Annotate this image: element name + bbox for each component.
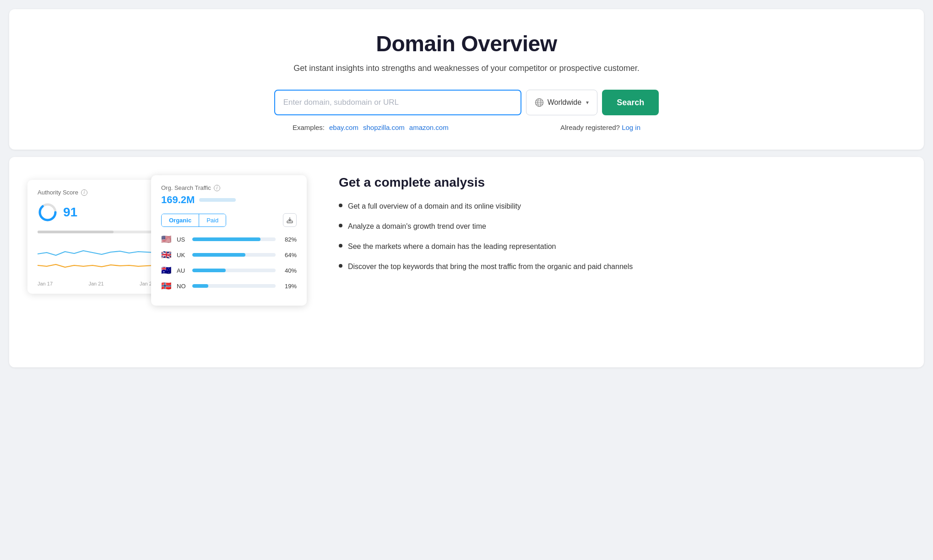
auth-bar-fill: [38, 231, 114, 233]
search-button[interactable]: Search: [602, 90, 659, 115]
example-amazon[interactable]: amazon.com: [409, 124, 449, 131]
tab-paid[interactable]: Paid: [199, 214, 226, 226]
login-row: Already registered? Log in: [560, 124, 640, 131]
bullet-text-1: Get a full overview of a domain and its …: [348, 201, 521, 212]
country-row-no: 🇳🇴 NO 19%: [161, 281, 297, 291]
examples-row: Examples: ebay.com shopzilla.com amazon.…: [293, 124, 640, 131]
country-row-uk: 🇬🇧 UK 64%: [161, 250, 297, 260]
example-ebay[interactable]: ebay.com: [329, 124, 358, 131]
bar-track-no: [192, 284, 276, 288]
bar-track-au: [192, 269, 276, 272]
bar-fill-no: [192, 284, 208, 288]
traffic-title: Org. Search Traffic i: [161, 184, 297, 191]
bullet-list: Get a full overview of a domain and its …: [339, 201, 906, 272]
tabs-row: Organic Paid: [161, 213, 297, 227]
flag-uk: 🇬🇧: [161, 250, 172, 260]
pct-uk: 64%: [280, 252, 297, 258]
domain-input[interactable]: [274, 90, 521, 115]
hero-subtitle: Get instant insights into strengths and …: [27, 64, 906, 73]
authority-score-card: Authority Score i 91: [27, 180, 165, 294]
examples-label: Examples:: [293, 124, 325, 131]
widget-area: Authority Score i 91: [27, 175, 311, 349]
sparkline-labels: Jan 17 Jan 21 Jan 25: [38, 281, 155, 286]
hero-section: Domain Overview Get instant insights int…: [9, 9, 924, 150]
country-list: 🇺🇸 US 82% 🇬🇧 UK 64%: [161, 234, 297, 291]
analysis-section: Get a complete analysis Get a full overv…: [339, 175, 906, 281]
tab-organic[interactable]: Organic: [162, 214, 199, 226]
search-row: Worldwide ▾ Search: [27, 90, 906, 115]
country-row-us: 🇺🇸 US 82%: [161, 234, 297, 244]
bar-fill-us: [192, 237, 260, 241]
export-button[interactable]: [283, 213, 297, 227]
sparkline-area: [38, 242, 155, 279]
bar-fill-uk: [192, 253, 245, 257]
example-shopzilla[interactable]: shopzilla.com: [363, 124, 405, 131]
donut-chart: [38, 202, 58, 222]
code-us: US: [177, 236, 188, 243]
bullet-dot-1: [339, 204, 342, 207]
login-link[interactable]: Log in: [622, 124, 640, 131]
traffic-bar-preview: [199, 198, 236, 202]
auth-score-row: 91: [38, 202, 155, 222]
code-au: AU: [177, 267, 188, 274]
pct-au: 40%: [280, 267, 297, 274]
bullet-item-1: Get a full overview of a domain and its …: [339, 201, 906, 212]
bullet-dot-3: [339, 244, 342, 248]
pct-us: 82%: [280, 236, 297, 243]
bottom-section: Authority Score i 91: [9, 157, 924, 367]
traffic-header: Org. Search Traffic i 169.2M: [161, 184, 297, 206]
code-uk: UK: [177, 252, 188, 258]
bar-track-uk: [192, 253, 276, 257]
export-icon: [287, 217, 293, 223]
flag-us: 🇺🇸: [161, 234, 172, 244]
worldwide-label: Worldwide: [548, 98, 581, 107]
bullet-item-3: See the markets where a domain has the l…: [339, 241, 906, 252]
bar-track-us: [192, 237, 276, 241]
flag-au: 🇦🇺: [161, 265, 172, 275]
bullet-text-2: Analyze a domain's growth trend over tim…: [348, 221, 486, 232]
analysis-title: Get a complete analysis: [339, 175, 906, 190]
bar-fill-au: [192, 269, 226, 272]
bottom-inner: Authority Score i 91: [27, 175, 906, 349]
pct-no: 19%: [280, 283, 297, 290]
examples-left: Examples: ebay.com shopzilla.com amazon.…: [293, 124, 449, 131]
chevron-down-icon: ▾: [586, 99, 589, 106]
bullet-dot-2: [339, 224, 342, 227]
worldwide-dropdown[interactable]: Worldwide ▾: [526, 90, 597, 115]
traffic-info-icon[interactable]: i: [214, 185, 220, 191]
tabs: Organic Paid: [161, 214, 226, 227]
bullet-item-2: Analyze a domain's growth trend over tim…: [339, 221, 906, 232]
globe-icon: [535, 98, 544, 107]
auth-score-title: Authority Score i: [38, 189, 155, 196]
country-row-au: 🇦🇺 AU 40%: [161, 265, 297, 275]
bullet-text-4: Discover the top keywords that bring the…: [348, 261, 633, 272]
auth-info-icon[interactable]: i: [81, 189, 87, 196]
flag-no: 🇳🇴: [161, 281, 172, 291]
auth-score-value: 91: [63, 205, 77, 220]
code-no: NO: [177, 283, 188, 290]
svg-rect-7: [287, 221, 293, 223]
traffic-value: 169.2M: [161, 194, 297, 206]
bullet-dot-4: [339, 264, 342, 268]
registered-text: Already registered?: [560, 124, 620, 131]
auth-bar: [38, 231, 155, 233]
bullet-item-4: Discover the top keywords that bring the…: [339, 261, 906, 272]
traffic-card: Org. Search Traffic i 169.2M Organic Pai…: [151, 175, 307, 306]
page-title: Domain Overview: [27, 31, 906, 56]
bullet-text-3: See the markets where a domain has the l…: [348, 241, 556, 252]
